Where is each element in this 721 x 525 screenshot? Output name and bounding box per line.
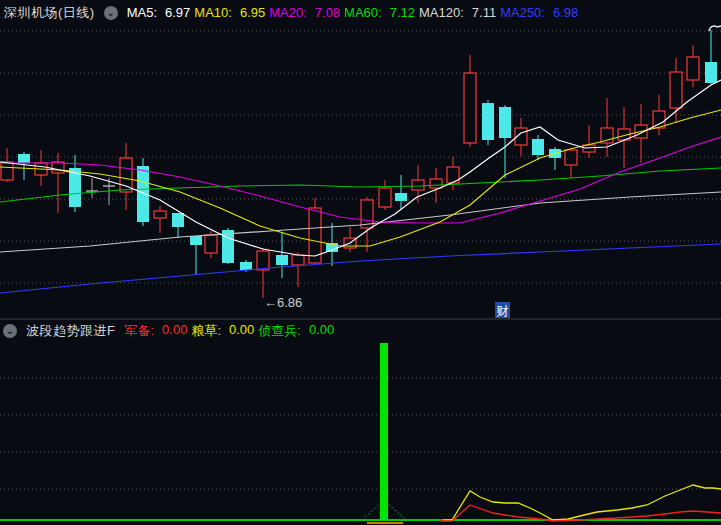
ma-legend: MA5:6.97MA10:6.95MA20:7.08MA60:7.12MA120… xyxy=(127,5,583,20)
down-candle-body xyxy=(499,107,511,138)
up-candle-body xyxy=(379,188,391,207)
up-candle-body xyxy=(154,211,166,218)
legend-label: MA5: xyxy=(127,5,157,20)
legend-value: 6.98 xyxy=(553,5,578,20)
chevron-down-icon[interactable]: ⌄ xyxy=(104,6,118,20)
legend-item: 粮草:0.00 xyxy=(191,322,258,340)
up-candle-body xyxy=(412,180,424,190)
legend-value: 7.12 xyxy=(390,5,415,20)
legend-item: MA5:6.97 xyxy=(127,5,195,20)
legend-value: 7.11 xyxy=(472,5,496,20)
down-candle-body xyxy=(222,230,234,263)
legend-label: 侦查兵: xyxy=(258,322,301,340)
down-candle-body xyxy=(532,139,544,155)
main-candlestick-chart[interactable]: ←6.86财 xyxy=(0,0,721,525)
up-candle-body xyxy=(205,235,217,253)
down-candle-body xyxy=(395,193,407,201)
down-candle-body xyxy=(172,213,184,227)
up-candle-body xyxy=(120,158,132,192)
main-chart-header: 深圳机场(日线) ⌄ MA5:6.97MA10:6.95MA20:7.08MA6… xyxy=(0,0,721,25)
indicator-line-粮草 xyxy=(443,485,721,520)
down-candle-body xyxy=(190,236,202,245)
legend-item: 侦查兵:0.00 xyxy=(258,322,338,340)
legend-value: 0.00 xyxy=(309,322,334,340)
legend-value: 6.95 xyxy=(240,5,265,20)
legend-item: MA250:6.98 xyxy=(500,5,582,20)
indicator-title: 波段趋势跟进F xyxy=(26,322,115,340)
up-candle-body xyxy=(1,162,13,180)
indicator-impulse-bar xyxy=(380,343,388,520)
legend-item: 军备:0.00 xyxy=(124,322,191,340)
ma-line-ma60 xyxy=(0,168,721,202)
legend-label: 粮草: xyxy=(191,322,221,340)
legend-item: MA10:6.95 xyxy=(194,5,269,20)
legend-label: MA120: xyxy=(419,5,464,20)
legend-value: 0.00 xyxy=(162,322,187,340)
down-candle-body xyxy=(240,262,252,270)
legend-label: MA10: xyxy=(194,5,232,20)
legend-item: MA60:7.12 xyxy=(344,5,419,20)
down-candle-body xyxy=(482,103,494,140)
legend-item: MA120:7.11 xyxy=(419,5,500,20)
chevron-down-icon[interactable]: ⌄ xyxy=(3,324,17,338)
stock-app-window: ←6.86财 深圳机场(日线) ⌄ MA5:6.97MA10:6.95MA20:… xyxy=(0,0,721,525)
stock-title: 深圳机场(日线) xyxy=(4,4,95,22)
ma-line-ma5 xyxy=(0,80,721,256)
legend-value: 7.08 xyxy=(315,5,340,20)
up-candle-body xyxy=(565,150,577,165)
up-candle-body xyxy=(430,179,442,188)
legend-label: MA60: xyxy=(344,5,382,20)
up-candle-body xyxy=(464,73,476,143)
up-candle-body xyxy=(292,255,304,265)
down-candle-body xyxy=(137,166,149,222)
legend-label: MA20: xyxy=(269,5,307,20)
down-candle-body xyxy=(276,255,288,265)
legend-value: 0.00 xyxy=(229,322,254,340)
indicator-legend: 军备:0.00粮草:0.00侦查兵:0.00 xyxy=(124,322,338,340)
low-price-label: ←6.86 xyxy=(264,295,302,310)
legend-value: 6.97 xyxy=(165,5,190,20)
indicator-header: ⌄ 波段趋势跟进F 军备:0.00粮草:0.00侦查兵:0.00 xyxy=(0,321,721,340)
down-candle-body xyxy=(18,154,30,163)
legend-label: 军备: xyxy=(124,322,154,340)
up-candle-body xyxy=(670,72,682,108)
watermark-text: 财 xyxy=(497,304,509,318)
up-candle-body xyxy=(257,251,269,270)
legend-item: MA20:7.08 xyxy=(269,5,344,20)
up-candle-body xyxy=(687,57,699,80)
indicator-line-军备 xyxy=(440,505,721,521)
down-candle-body xyxy=(705,62,717,83)
ma-line-ma250 xyxy=(0,244,721,293)
legend-label: MA250: xyxy=(500,5,545,20)
